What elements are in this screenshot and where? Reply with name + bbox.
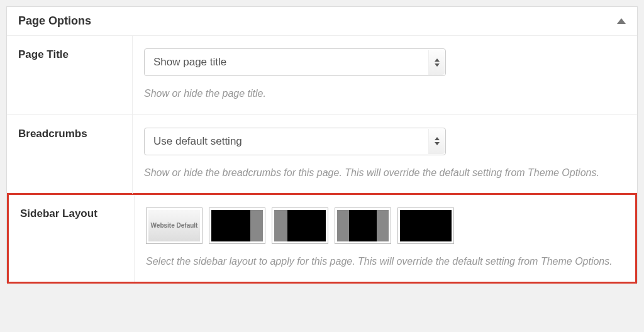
label-breadcrumbs: Breadcrumbs	[7, 115, 133, 194]
panel-title: Page Options	[18, 14, 91, 28]
layout-option-left-sidebar[interactable]	[272, 208, 328, 244]
content-sidebar-layout: Website Default	[135, 195, 635, 282]
panel-header[interactable]: Page Options	[7, 7, 637, 36]
layout-option-right-sidebar[interactable]	[209, 208, 265, 244]
sidebar-layout-options: Website Default	[146, 208, 624, 244]
content-page-title: Show page title Show or hide the page ti…	[133, 36, 637, 114]
page-title-select[interactable]: Show page title	[144, 48, 446, 76]
breadcrumbs-select-wrap: Use default setting	[144, 128, 446, 155]
page-options-panel: Page Options Page Title Show page title …	[6, 6, 638, 283]
row-breadcrumbs: Breadcrumbs Use default setting Show or …	[7, 115, 637, 194]
content-breadcrumbs: Use default setting Show or hide the bre…	[133, 115, 637, 194]
breadcrumbs-select[interactable]: Use default setting	[144, 128, 446, 155]
page-title-help: Show or hide the page title.	[144, 86, 616, 102]
layout-thumb-both-icon	[337, 210, 389, 241]
label-sidebar-layout: Sidebar Layout	[9, 195, 135, 282]
row-page-title: Page Title Show page title Show or hide …	[7, 36, 637, 115]
layout-thumb-right-icon	[211, 210, 263, 241]
layout-thumb-left-icon	[274, 210, 326, 241]
layout-thumb-full-icon	[400, 210, 452, 241]
collapse-up-icon[interactable]	[617, 18, 626, 24]
sidebar-layout-help: Select the sidebar layout to apply for t…	[146, 254, 618, 270]
label-page-title: Page Title	[7, 36, 133, 114]
row-sidebar-layout: Sidebar Layout Website Default	[7, 193, 637, 284]
page-title-select-wrap: Show page title	[144, 48, 446, 76]
layout-option-default[interactable]: Website Default	[146, 208, 203, 244]
layout-option-both-sidebars[interactable]	[335, 208, 391, 244]
layout-option-no-sidebar[interactable]	[397, 208, 454, 244]
layout-default-label: Website Default	[148, 210, 200, 241]
breadcrumbs-help: Show or hide the breadcrumbs for this pa…	[144, 165, 616, 181]
